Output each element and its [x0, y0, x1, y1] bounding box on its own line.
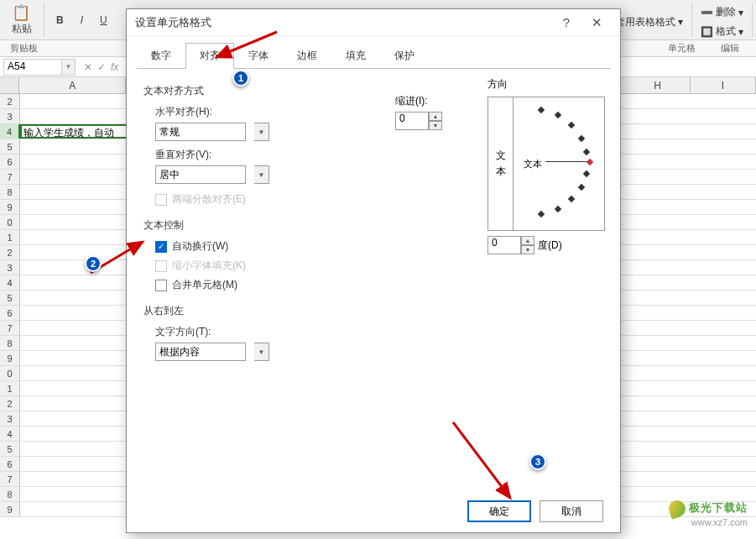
cell[interactable]: [20, 411, 129, 426]
name-box-dropdown[interactable]: ▼: [62, 59, 76, 76]
cell[interactable]: [20, 170, 129, 184]
cell[interactable]: [20, 396, 129, 411]
cell[interactable]: [20, 457, 129, 471]
indent-input[interactable]: 0: [395, 112, 429, 130]
cell[interactable]: [20, 154, 129, 169]
row-header[interactable]: 8: [0, 185, 20, 199]
row-header[interactable]: 9: [0, 351, 20, 365]
row-header[interactable]: 4: [0, 426, 20, 441]
cell[interactable]: [20, 94, 129, 108]
row-header[interactable]: 2: [0, 94, 20, 108]
format-button[interactable]: 🔲 格式 ▾: [696, 23, 748, 40]
cell[interactable]: [20, 306, 129, 320]
row-header[interactable]: 9: [0, 502, 20, 516]
cell[interactable]: [20, 200, 129, 214]
col-header-I[interactable]: I: [691, 77, 756, 93]
indent-down-icon[interactable]: ▼: [429, 121, 442, 130]
row-header[interactable]: 1: [0, 381, 20, 395]
name-box[interactable]: A54: [3, 59, 62, 76]
justify-distributed-checkbox: [155, 194, 167, 206]
row-header[interactable]: 7: [0, 321, 20, 335]
help-button[interactable]: ?: [551, 11, 581, 34]
tab-font[interactable]: 字体: [234, 43, 283, 69]
cancel-formula-icon[interactable]: ✕: [84, 61, 92, 73]
row-header[interactable]: 4: [0, 275, 20, 290]
row-header[interactable]: 6: [0, 154, 20, 169]
col-header-A[interactable]: A: [19, 77, 126, 93]
text-direction-combo[interactable]: 根据内容: [155, 343, 246, 361]
cell[interactable]: [20, 321, 129, 335]
paste-button[interactable]: 📋 粘贴: [7, 2, 37, 38]
v-align-combo[interactable]: 居中: [155, 165, 246, 184]
degree-up-icon[interactable]: ▲: [521, 236, 534, 245]
tab-fill[interactable]: 填充: [331, 43, 380, 69]
cell[interactable]: [20, 275, 129, 290]
cell[interactable]: [20, 426, 129, 441]
cell[interactable]: [20, 472, 129, 486]
cancel-button[interactable]: 取消: [540, 500, 603, 522]
v-align-dropdown-icon[interactable]: ▼: [254, 165, 269, 184]
h-align-dropdown-icon[interactable]: ▼: [254, 123, 269, 141]
row-header[interactable]: 6: [0, 457, 20, 471]
row-header[interactable]: 7: [0, 472, 20, 486]
row-header[interactable]: 5: [0, 290, 20, 305]
row-header[interactable]: 5: [0, 139, 20, 154]
row-header[interactable]: 3: [0, 411, 20, 426]
underline-button[interactable]: U: [95, 13, 112, 28]
row-header[interactable]: 2: [0, 396, 20, 411]
tab-alignment[interactable]: 对齐: [185, 43, 234, 69]
degree-input[interactable]: 0: [487, 236, 521, 254]
rtl-group: 从右到左: [143, 304, 603, 318]
close-button[interactable]: ✕: [581, 11, 612, 34]
vertical-text-button[interactable]: 文 本: [488, 97, 514, 230]
row-header[interactable]: 9: [0, 200, 20, 214]
cell[interactable]: [20, 290, 129, 305]
cell[interactable]: [20, 366, 129, 380]
row-header[interactable]: 8: [0, 487, 20, 501]
row-header[interactable]: 7: [0, 170, 20, 184]
tab-number[interactable]: 数字: [137, 43, 185, 69]
accept-formula-icon[interactable]: ✓: [97, 61, 106, 73]
orientation-arc[interactable]: 文本: [514, 97, 604, 230]
row-header[interactable]: 3: [0, 260, 20, 275]
fx-icon[interactable]: fx: [111, 61, 118, 73]
row-header[interactable]: 1: [0, 230, 20, 244]
indent-up-icon[interactable]: ▲: [429, 112, 442, 121]
row-header[interactable]: 4: [0, 124, 20, 139]
tab-border[interactable]: 边框: [283, 43, 331, 69]
wrap-text-checkbox[interactable]: ✓: [155, 241, 167, 253]
cell[interactable]: [20, 185, 129, 199]
cell[interactable]: [20, 351, 129, 365]
cell-selected[interactable]: 输入学生成绩，自动: [20, 124, 129, 139]
cell[interactable]: [20, 442, 129, 456]
row-header[interactable]: 0: [0, 215, 20, 229]
row-header[interactable]: 0: [0, 366, 20, 380]
cell[interactable]: [20, 381, 129, 395]
text-direction-dropdown-icon[interactable]: ▼: [254, 343, 269, 361]
col-header-H[interactable]: H: [625, 77, 691, 93]
row-header[interactable]: 2: [0, 245, 20, 259]
row-header[interactable]: 3: [0, 109, 20, 123]
ok-button[interactable]: 确定: [467, 500, 531, 522]
cell[interactable]: [20, 487, 129, 501]
cell[interactable]: [20, 109, 129, 123]
italic-button[interactable]: I: [76, 13, 88, 28]
cell[interactable]: [20, 502, 129, 516]
merge-cells-checkbox[interactable]: [155, 280, 167, 291]
tab-protection[interactable]: 保护: [380, 43, 429, 69]
h-align-combo[interactable]: 常规: [155, 123, 246, 141]
cell[interactable]: [20, 245, 129, 259]
select-all-corner[interactable]: [0, 77, 19, 93]
degree-down-icon[interactable]: ▼: [521, 245, 534, 254]
row-header[interactable]: 5: [0, 442, 20, 456]
cell[interactable]: [20, 260, 129, 275]
cell[interactable]: [20, 336, 129, 350]
delete-button[interactable]: ➖ 删除 ▾: [696, 3, 748, 21]
cell[interactable]: [20, 139, 129, 154]
cell[interactable]: [20, 230, 129, 244]
row-header[interactable]: 8: [0, 336, 20, 350]
cell[interactable]: [20, 215, 129, 229]
orientation-widget[interactable]: 文 本 文本: [487, 97, 605, 231]
row-header[interactable]: 6: [0, 306, 20, 320]
bold-button[interactable]: B: [51, 13, 69, 28]
